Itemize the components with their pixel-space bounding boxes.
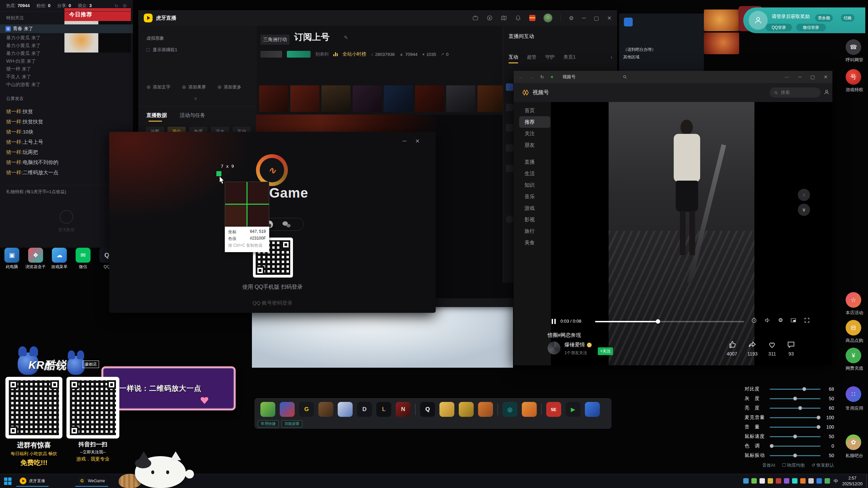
rail-shortcut-icon[interactable]: ☎: [846, 39, 861, 55]
desktop-icon[interactable]: ☁ 游戏菜单: [47, 248, 71, 283]
tray-icon[interactable]: [743, 478, 749, 484]
rail-shortcut-icon[interactable]: ∷: [846, 386, 861, 402]
creator-name[interactable]: 爆锤爱情: [565, 342, 592, 348]
app-icon[interactable]: ❖: [28, 248, 43, 263]
rail-shortcut-icon[interactable]: ⊟: [846, 320, 861, 336]
channels-menu-item[interactable]: 影视: [519, 214, 550, 225]
forward-icon[interactable]: →: [529, 74, 534, 80]
slider-track[interactable]: [770, 389, 821, 390]
desktop-icon[interactable]: ❖ 浏览器盒子: [24, 248, 47, 283]
heart-stat[interactable]: 311: [768, 340, 776, 357]
like-stat[interactable]: 4007: [727, 340, 737, 357]
follow-item[interactable]: 暴力小黄瓜 来了: [0, 34, 133, 42]
slider-track[interactable]: [770, 455, 821, 456]
game-icon[interactable]: [280, 402, 295, 417]
channels-menu-item[interactable]: 直播: [519, 156, 550, 168]
close-icon[interactable]: ✕: [824, 74, 828, 80]
channels-menu-item[interactable]: 旅行: [519, 225, 550, 237]
follow-item[interactable]: 暴力小黄瓜 来了: [0, 49, 133, 57]
slider-handle[interactable]: [770, 444, 774, 448]
stream-thumbnail[interactable]: [415, 85, 444, 112]
add-button[interactable]: ⊕添加更多: [217, 84, 241, 90]
tab-activity[interactable]: 活动与任务: [180, 112, 205, 119]
panel-rail-icon[interactable]: [506, 216, 513, 223]
slider-track[interactable]: [770, 417, 821, 418]
channels-menu-item[interactable]: 音乐: [519, 191, 550, 202]
slider-handle[interactable]: [816, 425, 821, 429]
slider-track[interactable]: [770, 408, 821, 409]
hour-rank-label[interactable]: 全站小时榜: [342, 51, 366, 57]
slider-track[interactable]: [770, 427, 821, 428]
slider-handle[interactable]: [793, 453, 797, 458]
qq-login-button[interactable]: QQ登录: [766, 24, 792, 31]
game-icon[interactable]: [459, 402, 474, 417]
stream-thumbnail[interactable]: [477, 85, 507, 112]
map-icon[interactable]: [501, 15, 507, 21]
channels-menu-item[interactable]: 生活: [519, 168, 550, 179]
panel-rail-icon[interactable]: [506, 83, 513, 91]
interaction-tab[interactable]: 守护: [545, 54, 555, 63]
tray-icon[interactable]: [768, 478, 773, 484]
follow-button[interactable]: +关注: [598, 347, 613, 355]
chat-message[interactable]: 猪一样 : 扶贫扶贫: [0, 117, 133, 127]
tab-live-data[interactable]: 直播数据: [146, 112, 167, 119]
chevron-down-icon[interactable]: ∨: [194, 96, 197, 101]
add-button[interactable]: ⊕添加文字: [146, 84, 171, 90]
game-icon[interactable]: [338, 402, 353, 417]
slider-handle[interactable]: [793, 396, 797, 401]
tray-icon[interactable]: [760, 478, 765, 484]
taskbar-clock[interactable]: 2:57 2025/12/20: [840, 475, 865, 487]
tray-icon[interactable]: [784, 478, 789, 484]
checkout-button[interactable]: 结账: [841, 14, 854, 22]
follow-item[interactable]: 中山的游客 来了: [0, 81, 133, 88]
progress-handle[interactable]: [656, 319, 660, 324]
taskbar-item-wegame[interactable]: GWeGame: [75, 476, 108, 487]
game-icon[interactable]: [260, 402, 275, 417]
virtual-avatar-tab[interactable]: 虚拟形象: [146, 35, 164, 41]
game-icon[interactable]: [585, 402, 600, 417]
ai-sound-label[interactable]: 音效AI: [762, 462, 775, 468]
channels-menu-item[interactable]: 推荐: [519, 116, 550, 128]
ime-indicator[interactable]: 中: [832, 477, 840, 485]
speaker-icon[interactable]: [550, 75, 555, 79]
slider-track[interactable]: [770, 398, 821, 399]
creator-avatar[interactable]: [548, 342, 560, 354]
prev-video-button[interactable]: ∧: [798, 189, 810, 201]
tray-icon[interactable]: [816, 478, 822, 484]
channels-menu-item[interactable]: 关注: [519, 128, 550, 139]
bell-icon[interactable]: [515, 15, 521, 21]
more-icon[interactable]: ⋯: [785, 74, 789, 80]
game-icon[interactable]: [541, 404, 542, 415]
game-icon[interactable]: [497, 404, 498, 415]
settings-gear-icon[interactable]: ⚙: [778, 317, 783, 323]
chat-message[interactable]: 猪一样 : 扶贫: [0, 106, 133, 117]
game-icon[interactable]: 5E: [546, 402, 561, 417]
follow-item[interactable]: 暴力小黄瓜 来了: [0, 42, 133, 49]
checkbox-icon[interactable]: ☐: [146, 47, 150, 53]
interaction-tab[interactable]: 美页1: [564, 54, 576, 63]
next-video-button[interactable]: ∨: [798, 204, 810, 216]
stream-thumbnail[interactable]: [384, 85, 413, 112]
game-icon[interactable]: ◎: [502, 402, 517, 417]
tray-icon[interactable]: [792, 478, 797, 484]
interaction-tab[interactable]: 超管: [527, 54, 536, 63]
app-icon[interactable]: ▣: [4, 248, 19, 263]
search-input[interactable]: 搜索: [770, 87, 821, 98]
comment-stat[interactable]: 93: [787, 340, 795, 357]
settings-gear-icon[interactable]: ⚙: [569, 15, 574, 21]
close-icon[interactable]: ✕: [607, 15, 612, 21]
panel-rail-icon[interactable]: [506, 144, 513, 152]
avatar[interactable]: [544, 14, 552, 22]
game-icon[interactable]: [522, 402, 537, 417]
slider-handle[interactable]: [793, 434, 797, 439]
gear-icon[interactable]: ⚙: [122, 3, 127, 8]
channels-menu-item[interactable]: 首页: [519, 105, 550, 116]
settings-tag[interactable]: 功能设置: [281, 420, 302, 427]
tray-icon[interactable]: [800, 478, 806, 484]
fullscreen-icon[interactable]: [804, 317, 810, 323]
edit-title-icon[interactable]: ✎: [344, 35, 348, 41]
speed-icon[interactable]: [751, 317, 757, 323]
video-progress-bar[interactable]: [595, 321, 744, 322]
wechat-icon[interactable]: [282, 221, 291, 227]
tray-icon[interactable]: [751, 478, 757, 484]
